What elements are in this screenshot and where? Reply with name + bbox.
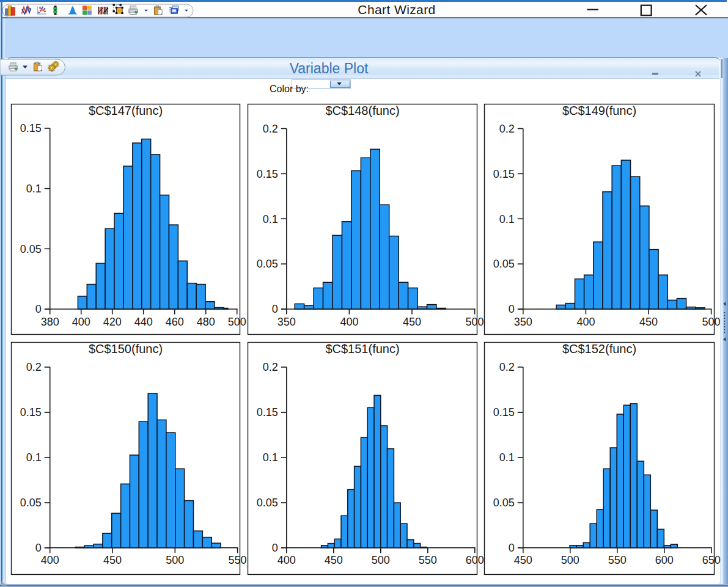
svg-text:450: 450 <box>103 554 122 566</box>
svg-text:0: 0 <box>272 542 278 554</box>
svg-text:500: 500 <box>166 554 184 566</box>
svg-text:350: 350 <box>278 316 296 328</box>
svg-text:350: 350 <box>514 316 532 328</box>
svg-text:460: 460 <box>166 316 184 328</box>
svg-text:500: 500 <box>561 554 579 566</box>
svg-text:600: 600 <box>655 554 674 566</box>
svg-text:0.05: 0.05 <box>257 497 278 509</box>
svg-text:0.05: 0.05 <box>20 243 42 255</box>
svg-text:400: 400 <box>576 316 595 328</box>
svg-text:420: 420 <box>103 316 122 328</box>
svg-text:0: 0 <box>509 542 515 554</box>
svg-text:0: 0 <box>272 303 278 315</box>
svg-text:$C$152(func): $C$152(func) <box>562 342 636 355</box>
svg-text:$C$150(func): $C$150(func) <box>89 342 163 355</box>
svg-text:0.1: 0.1 <box>26 183 42 195</box>
svg-text:500: 500 <box>228 316 246 328</box>
svg-text:0.1: 0.1 <box>26 451 42 464</box>
svg-text:600: 600 <box>466 554 484 566</box>
svg-text:450: 450 <box>639 316 658 328</box>
svg-text:440: 440 <box>134 316 153 328</box>
svg-text:380: 380 <box>41 316 59 328</box>
svg-text:400: 400 <box>340 316 358 328</box>
svg-text:0.2: 0.2 <box>499 361 515 373</box>
svg-text:0.1: 0.1 <box>499 213 515 225</box>
svg-text:0: 0 <box>35 542 42 554</box>
svg-text:0.2: 0.2 <box>263 361 278 373</box>
svg-text:500: 500 <box>702 316 721 328</box>
svg-text:400: 400 <box>41 554 59 566</box>
svg-text:0.05: 0.05 <box>20 497 42 509</box>
svg-text:$C$149(func): $C$149(func) <box>562 104 636 117</box>
svg-text:550: 550 <box>608 554 627 566</box>
svg-text:0.15: 0.15 <box>20 406 42 418</box>
svg-text:0.05: 0.05 <box>493 497 515 509</box>
svg-text:0.05: 0.05 <box>493 258 515 270</box>
svg-text:450: 450 <box>403 316 421 328</box>
svg-text:0: 0 <box>509 303 515 315</box>
svg-text:450: 450 <box>514 554 532 566</box>
svg-text:480: 480 <box>197 316 215 328</box>
svg-text:0.15: 0.15 <box>493 168 515 180</box>
svg-text:0.05: 0.05 <box>257 258 278 270</box>
svg-text:$C$148(func): $C$148(func) <box>325 104 399 117</box>
svg-text:0.1: 0.1 <box>263 213 278 225</box>
svg-text:500: 500 <box>466 316 484 328</box>
svg-text:0.2: 0.2 <box>263 123 278 135</box>
svg-text:$C$151(func): $C$151(func) <box>325 342 399 355</box>
svg-text:$C$147(func): $C$147(func) <box>89 104 163 117</box>
svg-text:0.15: 0.15 <box>20 122 42 134</box>
svg-text:550: 550 <box>229 554 247 566</box>
svg-text:0: 0 <box>35 303 42 315</box>
svg-text:650: 650 <box>702 554 721 566</box>
svg-text:400: 400 <box>278 554 296 566</box>
svg-text:0.15: 0.15 <box>493 406 515 418</box>
svg-text:500: 500 <box>372 554 390 566</box>
svg-text:0.1: 0.1 <box>499 451 515 464</box>
svg-text:400: 400 <box>72 316 90 328</box>
svg-text:450: 450 <box>325 554 343 566</box>
svg-text:550: 550 <box>419 554 437 566</box>
svg-text:0.2: 0.2 <box>499 123 515 135</box>
svg-text:0.2: 0.2 <box>26 361 42 373</box>
svg-text:0.15: 0.15 <box>257 406 278 418</box>
svg-text:0.1: 0.1 <box>263 451 278 464</box>
svg-text:0.15: 0.15 <box>257 168 278 180</box>
